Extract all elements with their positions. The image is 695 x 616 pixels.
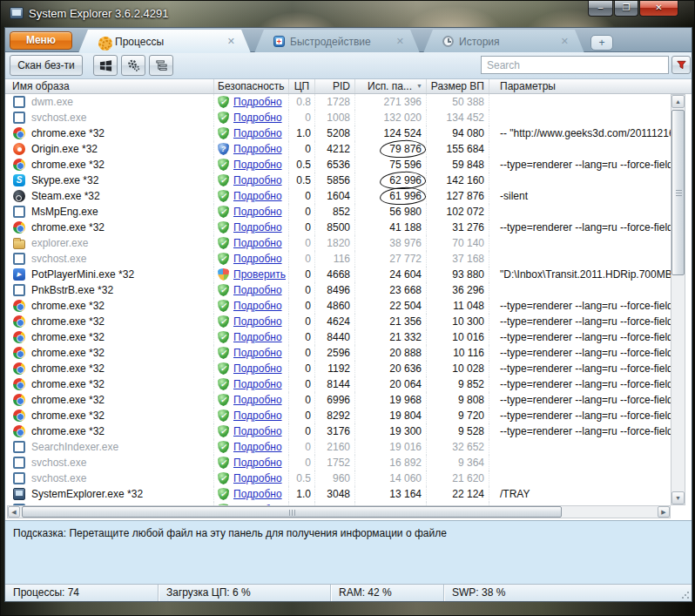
security-details-link[interactable]: Подробно bbox=[233, 472, 282, 484]
security-shield-icon: ✓ bbox=[218, 331, 229, 343]
column-header-security[interactable]: Безопасность bbox=[214, 79, 289, 93]
table-row[interactable]: chrome.exe *32 ✓ Подробно 0 8292 19 804 … bbox=[5, 408, 671, 423]
security-details-link[interactable]: Подробно bbox=[233, 331, 282, 343]
memory-value: 124 524 bbox=[384, 127, 422, 139]
column-header-vm-size[interactable]: Размер ВП bbox=[427, 79, 489, 93]
table-row[interactable]: dwm.exe ✓ Подробно 0.8 1728 271 396 50 3… bbox=[5, 94, 671, 110]
table-row[interactable]: chrome.exe *32 ✓ Подробно 0.5 6536 75 59… bbox=[5, 157, 671, 173]
parameters-value bbox=[489, 470, 671, 486]
security-details-link[interactable]: Подробно bbox=[233, 441, 282, 453]
menu-button[interactable]: Меню bbox=[10, 31, 72, 50]
horizontal-scrollbar-thumb[interactable] bbox=[22, 506, 562, 518]
column-header-image-name[interactable]: Имя образа bbox=[5, 79, 214, 93]
security-details-link[interactable]: Подробно bbox=[233, 253, 282, 265]
table-row[interactable]: chrome.exe *32 ✓ Подробно 1.0 5208 124 5… bbox=[5, 125, 671, 141]
table-row[interactable]: chrome.exe *32 ✓ Подробно 0 2596 20 888 … bbox=[5, 345, 671, 361]
column-header-memory[interactable]: Исп. па... ▼ bbox=[355, 79, 427, 93]
column-header-parameters[interactable]: Параметры bbox=[489, 79, 692, 93]
tab-close-icon[interactable]: ✕ bbox=[227, 36, 235, 47]
table-row[interactable]: chrome.exe *32 ✓ Подробно 0 8440 21 332 … bbox=[5, 329, 671, 345]
table-row[interactable]: svchost.exe ✓ Подробно 0 1008 132 020 13… bbox=[5, 110, 671, 125]
security-details-link[interactable]: Подробно bbox=[233, 347, 282, 359]
table-row[interactable]: SearchIndexer.exe ✓ Подробно 0 2160 19 0… bbox=[5, 439, 671, 455]
table-row[interactable]: Origin.exe *32 ? Подробно 0 4212 79 876 … bbox=[5, 141, 671, 157]
tab-performance[interactable]: Быстродействие ✕ bbox=[254, 30, 420, 53]
vertical-scrollbar[interactable]: ▲ ▼ bbox=[671, 94, 685, 505]
vm-size-value: 155 684 bbox=[427, 141, 489, 157]
table-row[interactable]: chrome.exe *32 ✓ Подробно 0 8500 41 188 … bbox=[5, 220, 671, 235]
table-row[interactable]: MsMpEng.exe ✓ Подробно 0 852 56 980 102 … bbox=[5, 204, 671, 220]
table-row[interactable]: chrome.exe *32 ✓ Подробно 0 4860 22 504 … bbox=[5, 298, 671, 314]
table-row[interactable]: svchost.exe ✓ Подробно 0 116 27 772 37 1… bbox=[5, 251, 671, 267]
tab-close-icon[interactable]: ✕ bbox=[561, 36, 569, 47]
scroll-down-arrow[interactable]: ▼ bbox=[671, 491, 685, 504]
table-row[interactable]: PnkBstrB.exe *32 ✓ Подробно 0 8496 23 66… bbox=[5, 282, 671, 298]
memory-value: 75 596 bbox=[389, 159, 422, 171]
column-header-pid[interactable]: PID bbox=[315, 79, 355, 93]
security-details-link[interactable]: Подробно bbox=[233, 127, 282, 139]
security-details-link[interactable]: Подробно bbox=[233, 96, 282, 108]
vm-size-value: 59 848 bbox=[427, 157, 489, 173]
table-row[interactable]: chrome.exe *32 ✓ Подробно 0 3176 19 300 … bbox=[5, 423, 671, 439]
security-details-link[interactable]: Подробно bbox=[233, 112, 282, 124]
scroll-left-arrow[interactable]: ◀ bbox=[8, 506, 20, 518]
pid-value: 1752 bbox=[315, 455, 355, 470]
security-details-link[interactable]: Подробно bbox=[233, 174, 282, 186]
parameters-value bbox=[489, 235, 671, 251]
security-details-link[interactable]: Подробно bbox=[233, 394, 282, 406]
table-row[interactable]: PotPlayerMini.exe *32 Проверить 0 4668 2… bbox=[5, 267, 671, 282]
parameters-value: -silent bbox=[489, 188, 671, 204]
table-row[interactable]: chrome.exe *32 ✓ Подробно 0 6996 19 968 … bbox=[5, 392, 671, 408]
chrome-icon bbox=[13, 221, 25, 234]
minimize-button[interactable]: – bbox=[588, 1, 613, 17]
scroll-right-arrow[interactable]: ▶ bbox=[658, 506, 670, 518]
security-details-link[interactable]: Подробно bbox=[233, 221, 282, 234]
security-shield-icon: ✓ bbox=[218, 284, 229, 296]
security-details-link[interactable]: Подробно bbox=[233, 315, 282, 328]
table-row[interactable]: svchost.exe ✓ Подробно 0 1752 16 892 9 3… bbox=[5, 455, 671, 470]
tab-close-icon[interactable]: ✕ bbox=[396, 36, 404, 47]
table-row[interactable]: chrome.exe *32 ✓ Подробно 0 8144 20 064 … bbox=[5, 376, 671, 392]
security-details-link[interactable]: Подробно bbox=[233, 237, 282, 249]
table-row[interactable]: chrome.exe *32 ✓ Подробно 0 4624 21 356 … bbox=[5, 314, 671, 329]
process-tree-icon-button[interactable] bbox=[149, 55, 173, 76]
security-details-link[interactable]: Проверить bbox=[233, 268, 286, 281]
security-details-link[interactable]: Подробно bbox=[233, 410, 282, 422]
vertical-scrollbar-thumb[interactable] bbox=[671, 110, 685, 275]
add-tab-button[interactable]: + bbox=[590, 35, 613, 51]
security-details-link[interactable]: Подробно bbox=[233, 488, 282, 500]
scroll-up-arrow[interactable]: ▲ bbox=[671, 95, 685, 108]
security-details-link[interactable]: Подробно bbox=[233, 457, 282, 469]
maximize-button[interactable]: ❐ bbox=[614, 1, 638, 17]
tab-processes[interactable]: Процессы ✕ bbox=[78, 30, 251, 53]
security-details-link[interactable]: Подробно bbox=[233, 143, 282, 155]
security-details-link[interactable]: Подробно bbox=[233, 362, 282, 375]
window-icon bbox=[13, 457, 25, 469]
search-filter-button[interactable] bbox=[671, 56, 691, 74]
horizontal-scrollbar[interactable]: ◀ ▶ bbox=[7, 505, 671, 518]
scan-security-button[interactable]: Скан без-ти bbox=[10, 55, 83, 76]
column-header-cpu[interactable]: ЦП bbox=[289, 79, 315, 93]
security-details-link[interactable]: Подробно bbox=[233, 300, 282, 312]
table-row[interactable]: chrome.exe *32 ✓ Подробно 0 1192 20 636 … bbox=[5, 361, 671, 376]
resize-grip[interactable] bbox=[681, 591, 690, 599]
security-details-link[interactable]: Подробно bbox=[233, 159, 282, 171]
table-row[interactable]: svchost.exe ✓ Подробно 0.5 960 14 060 21… bbox=[5, 470, 671, 486]
security-details-link[interactable]: Подробно bbox=[233, 378, 282, 390]
table-row[interactable]: explorer.exe ✓ Подробно 0 1820 38 976 70… bbox=[5, 235, 671, 251]
pid-value: 6536 bbox=[315, 157, 355, 173]
table-row[interactable]: Skype.exe *32 ✓ Подробно 0.5 5856 62 996… bbox=[5, 173, 671, 188]
security-scan-gears-icon-button[interactable] bbox=[121, 55, 145, 76]
tab-history[interactable]: История ✕ bbox=[423, 30, 584, 53]
history-clock-icon bbox=[442, 36, 454, 47]
table-row[interactable]: SystemExplorer.exe *32 ✓ Подробно 1.0 30… bbox=[5, 486, 671, 502]
close-button[interactable]: ✕ bbox=[639, 1, 678, 17]
security-details-link[interactable]: Подробно bbox=[233, 190, 282, 202]
security-details-link[interactable]: Подробно bbox=[233, 425, 282, 437]
security-details-link[interactable]: Подробно bbox=[233, 206, 282, 218]
process-name: chrome.exe *32 bbox=[31, 347, 105, 359]
windows-logo-icon-button[interactable] bbox=[93, 55, 118, 76]
security-details-link[interactable]: Подробно bbox=[233, 284, 282, 296]
table-row[interactable]: Steam.exe *32 ✓ Подробно 0 1604 61 996 1… bbox=[5, 188, 671, 204]
search-input[interactable] bbox=[481, 56, 669, 74]
